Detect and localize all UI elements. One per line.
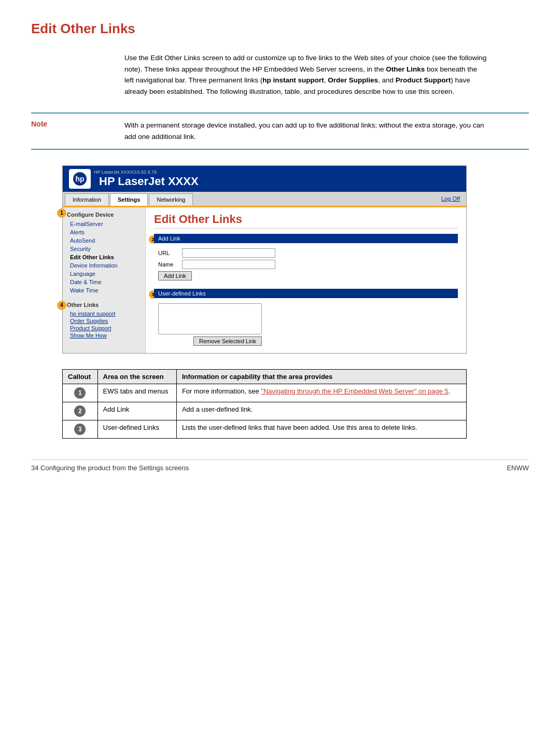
- callout-1-badge-cell: 1: [63, 384, 98, 402]
- other-link-show-me-how[interactable]: Show Me How: [63, 332, 145, 339]
- other-links-bold: Other Links: [386, 65, 425, 73]
- page-footer: 34 Configuring the product from the Sett…: [31, 459, 529, 472]
- sidebar-edit-other-links[interactable]: Edit Other Links: [63, 253, 145, 261]
- ews-mockup: hp HP LaserJet XXXX/15.62.9.79 HP LaserJ…: [62, 165, 467, 354]
- table-row: 1 EWS tabs and menus For more informatio…: [63, 384, 467, 402]
- user-defined-section-bar: User-defined Links: [154, 289, 458, 298]
- footer-left: 34 Configuring the product from the Sett…: [31, 464, 189, 472]
- sidebar-device-information[interactable]: Device Information: [63, 261, 145, 270]
- callout-2-area: Add Link: [97, 402, 176, 420]
- sidebar-language[interactable]: Language: [63, 270, 145, 278]
- ews-body: 1 Configure Device E-mailServer Alerts A…: [63, 207, 466, 353]
- col-area: Area on the screen: [97, 369, 176, 384]
- name-row: Name: [158, 260, 454, 269]
- add-link-button-row: Add Link: [158, 271, 454, 280]
- sidebar-alerts[interactable]: Alerts: [63, 228, 145, 236]
- hp-logo: hp: [69, 169, 91, 189]
- tab-networking[interactable]: Networking: [149, 193, 193, 205]
- sidebar-emailserver[interactable]: E-mailServer: [63, 220, 145, 228]
- printer-name: HP LaserJet XXXX: [94, 175, 199, 188]
- ews-content: Edit Other Links 2 Add Link URL Name: [146, 207, 466, 353]
- intro-text: Use the Edit Other Links screen to add o…: [124, 52, 487, 97]
- callout-table-header-row: Callout Area on the screen Information o…: [63, 369, 467, 384]
- callout-badge-4: 4: [57, 301, 66, 310]
- url-row: URL: [158, 248, 454, 258]
- footer-right: ENWW: [507, 464, 529, 472]
- other-links-header: Other Links: [63, 300, 145, 310]
- logoff-link[interactable]: Log Off: [441, 195, 464, 202]
- note-label: Note: [31, 120, 124, 142]
- callout-3-badge-cell: 3: [63, 420, 98, 438]
- url-input[interactable]: [182, 248, 275, 258]
- intro-text-4: , and: [378, 76, 396, 84]
- callout-2-badge-cell: 2: [63, 402, 98, 420]
- table-badge-3: 3: [74, 424, 86, 435]
- order-supplies-bold: Order Supplies: [328, 76, 378, 84]
- ews-tabs-bar: Information Settings Networking Log Off: [63, 192, 466, 207]
- product-support-bold: Product Support: [396, 76, 451, 84]
- name-label: Name: [158, 261, 179, 268]
- tab-settings[interactable]: Settings: [110, 193, 148, 206]
- sidebar-wake-time[interactable]: Wake Time: [63, 286, 145, 294]
- name-input[interactable]: [182, 260, 275, 269]
- add-link-container: 2 Add Link: [154, 234, 458, 243]
- user-defined-container: 3 User-defined Links: [154, 289, 458, 298]
- callout-1-info-suffix: .: [449, 387, 451, 395]
- callout-1-info: For more information, see "Navigating th…: [176, 384, 466, 402]
- add-link-label: Add Link: [158, 235, 180, 242]
- sidebar-autosend[interactable]: AutoSend: [63, 236, 145, 245]
- ews-sidebar: 1 Configure Device E-mailServer Alerts A…: [63, 207, 146, 353]
- intro-section: Use the Edit Other Links screen to add o…: [31, 52, 529, 97]
- other-link-order-supplies[interactable]: Order Supplies: [63, 317, 145, 325]
- callout-1-area: EWS tabs and menus: [97, 384, 176, 402]
- sidebar-date-time[interactable]: Date & Time: [63, 278, 145, 286]
- callout-2-info: Add a user-defined link.: [176, 402, 466, 420]
- url-label: URL: [158, 250, 179, 256]
- other-link-hp-instant[interactable]: hp instant support: [63, 310, 145, 317]
- other-link-product-support[interactable]: Product Support: [63, 325, 145, 332]
- page-title: Edit Other Links: [31, 21, 529, 37]
- ews-url: HP LaserJet XXXX/15.62.9.79: [94, 170, 199, 175]
- col-callout: Callout: [63, 369, 98, 384]
- sidebar-configure-device[interactable]: Configure Device: [63, 209, 145, 220]
- user-defined-links-area: Remove Selected Link: [154, 301, 458, 348]
- col-info: Information or capability that the area …: [176, 369, 466, 384]
- add-link-button[interactable]: Add Link: [158, 271, 192, 280]
- callout-badge-1: 1: [57, 208, 66, 218]
- links-listbox[interactable]: [158, 303, 262, 334]
- remove-selected-link-button[interactable]: Remove Selected Link: [193, 336, 262, 346]
- table-badge-1: 1: [74, 387, 86, 399]
- callout-3-info: Lists the user-defined links that have b…: [176, 420, 466, 438]
- note-section: Note With a permanent storage device ins…: [31, 113, 529, 149]
- callout-3-area: User-defined Links: [97, 420, 176, 438]
- callout-table: Callout Area on the screen Information o…: [62, 369, 467, 439]
- note-text: With a permanent storage device installe…: [124, 120, 487, 142]
- user-defined-label: User-defined Links: [158, 290, 206, 297]
- remove-btn-row: Remove Selected Link: [158, 336, 262, 346]
- sidebar-security[interactable]: Security: [63, 245, 145, 253]
- ews-header: hp HP LaserJet XXXX/15.62.9.79 HP LaserJ…: [63, 166, 466, 192]
- callout-1-info-prefix: For more information, see: [182, 387, 261, 395]
- hp-logo-area: hp HP LaserJet XXXX/15.62.9.79 HP LaserJ…: [69, 169, 199, 189]
- tab-information[interactable]: Information: [65, 193, 109, 205]
- callout-1-info-link[interactable]: "Navigating through the HP Embedded Web …: [261, 387, 448, 395]
- svg-text:hp: hp: [75, 175, 84, 183]
- table-row: 3 User-defined Links Lists the user-defi…: [63, 420, 467, 438]
- add-link-form: URL Name Add Link: [154, 246, 458, 285]
- hp-instant-bold: hp instant support: [262, 76, 324, 84]
- add-link-section-bar: Add Link: [154, 234, 458, 243]
- table-row: 2 Add Link Add a user-defined link.: [63, 402, 467, 420]
- table-badge-2: 2: [74, 405, 86, 417]
- ews-content-title: Edit Other Links: [154, 213, 458, 229]
